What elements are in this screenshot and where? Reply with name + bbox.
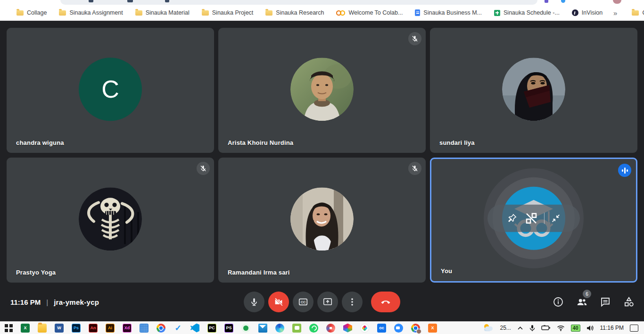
weather-temp[interactable]: 25... <box>500 325 511 331</box>
address-bar-text-fragment <box>165 0 169 2</box>
participant-tile-arista[interactable]: Arista Khoiru Nurdina <box>218 28 426 153</box>
taskbar-clock[interactable]: 11:16 PM <box>600 325 624 331</box>
more-options-button[interactable] <box>342 292 363 312</box>
unpin-from-grid-button[interactable] <box>523 210 539 226</box>
leave-call-button[interactable] <box>371 292 400 312</box>
bookmarks-overflow-chevron[interactable]: » <box>609 9 622 17</box>
whatsapp-icon[interactable] <box>309 324 318 333</box>
zoom-app-icon[interactable] <box>394 324 403 333</box>
present-screen-button[interactable] <box>317 292 338 312</box>
calendar-grid-app-icon[interactable] <box>140 324 149 333</box>
green-plus-icon <box>494 10 500 16</box>
edge-icon[interactable] <box>275 324 284 333</box>
action-center-icon[interactable] <box>630 325 638 332</box>
extension-icon[interactable] <box>561 0 565 3</box>
animate-icon[interactable]: An <box>89 324 98 333</box>
folder-icon <box>59 10 66 16</box>
bookmark-label: Collage <box>27 9 47 16</box>
address-bar-text-fragment <box>89 0 93 2</box>
excel-icon[interactable]: X <box>21 324 30 333</box>
folder-icon <box>17 10 24 16</box>
meet-control-bar: 11:16 PM | jra-ymek-ycp <box>0 283 644 321</box>
battery-percent-badge[interactable]: 40 <box>571 325 580 332</box>
pycharm-icon[interactable]: PC <box>207 324 216 333</box>
colab-icon <box>336 10 345 16</box>
bookmark-sinauka-material[interactable]: Sinauka Material <box>129 7 196 18</box>
extension-icon[interactable] <box>545 0 548 3</box>
bookmark-sinauka-research[interactable]: Sinauka Research <box>259 7 330 18</box>
bookmark-label: Sinauka Business M... <box>423 9 482 16</box>
participant-name: You <box>441 267 452 275</box>
file-explorer-icon[interactable] <box>38 324 47 333</box>
participant-tile-chandra-wiguna[interactable]: C chandra wiguna <box>7 28 214 153</box>
self-tile[interactable]: You <box>430 158 637 283</box>
bookmark-label: Sinauka Project <box>212 9 254 16</box>
captions-button[interactable]: CC <box>293 292 314 312</box>
illustrator-icon[interactable]: Ai <box>106 324 115 333</box>
battery-icon[interactable] <box>541 325 551 331</box>
google-docs-icon <box>415 9 420 16</box>
participant-name: Prastyo Yoga <box>16 269 56 276</box>
participants-count-badge: 6 <box>583 290 591 298</box>
screen-camera-app-icon[interactable] <box>292 324 301 333</box>
adobe-xd-icon[interactable]: Xd <box>123 324 132 333</box>
xampp-icon[interactable]: X <box>428 324 437 333</box>
minimize-tile-button[interactable] <box>549 211 562 225</box>
recorder-app-icon[interactable] <box>326 324 335 333</box>
meeting-code: jra-ymek-ycp <box>54 298 99 306</box>
activities-button[interactable] <box>622 295 636 309</box>
photoshop-icon[interactable]: Ps <box>72 324 81 333</box>
microphone-tray-icon[interactable] <box>529 325 535 332</box>
android-app-icon[interactable] <box>241 324 250 333</box>
other-bookmarks-button[interactable]: Other bookmarks <box>626 7 644 18</box>
bookmark-sinauka-schedule[interactable]: Sinauka Schedule -... <box>488 7 566 18</box>
word-icon[interactable]: W <box>55 324 64 333</box>
hexagon-app-icon[interactable] <box>343 324 352 333</box>
bookmark-label: Sinauka Assignment <box>69 9 123 16</box>
browser-toolbar: Collage Sinauka Assignment Sinauka Mater… <box>0 0 644 21</box>
bookmark-collage[interactable]: Collage <box>10 7 53 18</box>
microphone-button[interactable] <box>244 292 264 312</box>
chrome-icon[interactable] <box>157 324 165 333</box>
participant-name: sundari liya <box>439 139 475 146</box>
folder-icon <box>202 10 209 16</box>
chrome-profile-icon[interactable] <box>411 324 420 333</box>
bookmark-sinauka-assignment[interactable]: Sinauka Assignment <box>53 7 129 18</box>
participants-button[interactable]: 6 <box>575 295 588 309</box>
oc-app-icon[interactable]: oc <box>377 324 386 333</box>
participant-tile-ramandani[interactable]: Ramandani Irma sari <box>218 158 426 283</box>
participant-tile-prastyo[interactable]: Prastyo Yoga <box>7 158 214 283</box>
mic-off-indicator <box>197 162 210 175</box>
avatar-outer-ring <box>484 168 584 268</box>
avatar-skeleton <box>79 187 142 250</box>
audio-level-indicator <box>618 164 631 177</box>
bookmark-sinauka-business[interactable]: Sinauka Business M... <box>409 7 488 18</box>
wifi-icon[interactable] <box>557 325 565 331</box>
screen: Collage Sinauka Assignment Sinauka Mater… <box>0 0 644 334</box>
speaker-icon[interactable] <box>586 325 594 331</box>
chat-button[interactable] <box>599 295 612 309</box>
meeting-details-button[interactable] <box>552 295 565 309</box>
bookmark-sinauka-project[interactable]: Sinauka Project <box>196 7 260 18</box>
slack-icon[interactable] <box>360 324 369 333</box>
participant-name: chandra wiguna <box>16 139 64 146</box>
windows-start-button[interactable] <box>5 324 13 332</box>
blue-check-app-icon[interactable]: ✓ <box>173 324 182 333</box>
bookmark-label: Sinauka Material <box>146 9 190 16</box>
cc-label: CC <box>301 300 306 304</box>
folder-icon <box>265 10 272 16</box>
vscode-icon[interactable] <box>190 324 199 333</box>
clock: 11:16 PM <box>10 298 41 306</box>
pin-tile-button[interactable] <box>505 211 519 225</box>
weather-icon[interactable] <box>483 324 494 332</box>
bookmark-invision[interactable]: InVision <box>566 7 609 18</box>
bookmark-welcome-colab[interactable]: Welcome To Colab... <box>330 7 409 18</box>
phpstorm-icon[interactable]: PS <box>224 324 233 333</box>
browser-profile-avatar[interactable] <box>613 0 621 4</box>
mic-off-indicator <box>408 32 421 45</box>
mail-icon[interactable] <box>258 324 267 333</box>
windows-taskbar: X W Ps An Ai Xd ✓ PC PS oc X <box>0 321 644 334</box>
camera-off-button[interactable] <box>268 292 289 312</box>
participant-tile-sundari[interactable]: sundari liya <box>430 28 637 153</box>
tray-chevron-up-icon[interactable] <box>517 326 523 330</box>
